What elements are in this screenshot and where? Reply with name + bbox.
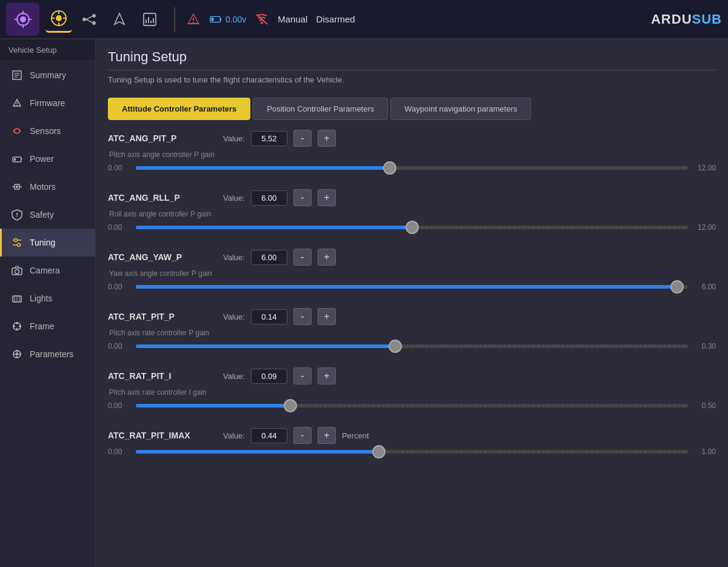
param-slider-row-2: 0.006.00 [108,283,716,291]
param-slider-thumb-0[interactable] [383,161,396,175]
param-slider-track-5[interactable] [136,450,688,454]
param-desc-0: Pitch axis angle controller P gain [108,150,716,159]
param-value-input-2[interactable] [251,250,287,265]
param-slider-track-1[interactable] [136,226,688,229]
param-plus-btn-4[interactable]: + [318,367,336,384]
tab-position[interactable]: Position Controller Parameters [253,98,388,120]
param-slider-fill-2 [136,285,677,289]
param-value-input-0[interactable] [251,131,287,146]
voltage-value: 0.00v [225,15,246,24]
tab-attitude[interactable]: Attitude Controller Parameters [108,98,250,120]
param-value-input-3[interactable] [251,309,287,324]
alert-icon-status [186,12,201,27]
sidebar-item-parameters[interactable]: Parameters [0,340,95,368]
battery-status: 0.00v [209,13,246,26]
param-slider-track-3[interactable] [136,344,688,348]
page-title: Tuning Setup [108,49,716,70]
sidebar-item-motors[interactable]: Motors [0,173,95,201]
sidebar-item-label-frame: Frame [30,321,54,331]
sidebar-item-summary[interactable]: Summary [0,61,95,89]
param-value-label-1: Value: [223,193,245,203]
param-slider-thumb-1[interactable] [406,221,419,234]
sidebar-item-label-safety: Safety [30,210,54,220]
param-value-input-4[interactable] [251,369,287,384]
param-block-atc_rat_pit_imax: ATC_RAT_PIT_IMAXValue:-+Percent0.001.00 [108,427,716,462]
param-plus-btn-1[interactable]: + [318,189,336,206]
mode-status: Manual [278,14,307,24]
param-slider-track-2[interactable] [136,285,688,289]
param-name-0: ATC_ANG_PIT_P [108,133,217,143]
param-slider-min-1: 0.00 [108,223,130,232]
param-slider-min-5: 0.00 [108,448,130,456]
param-slider-row-0: 0.0012.00 [108,164,716,172]
sidebar-item-power[interactable]: Power [0,145,95,173]
param-slider-row-4: 0.000.50 [108,401,716,410]
tab-waypoint[interactable]: Waypoint navigation parameters [390,98,531,120]
svg-point-49 [15,270,19,274]
param-slider-max-5: 1.00 [694,448,716,456]
sidebar-item-frame[interactable]: Frame [0,312,95,340]
param-slider-thumb-3[interactable] [389,340,402,353]
param-block-atc_rat_pit_i: ATC_RAT_PIT_IValue:-+Pitch axis rate con… [108,367,716,416]
sidebar-item-sensors[interactable]: Sensors [0,117,95,145]
svg-point-14 [92,14,96,18]
param-slider-fill-4 [136,404,290,408]
param-slider-fill-3 [136,344,395,348]
main-content: Tuning Setup Tuning Setup is used to tun… [96,39,728,567]
svg-point-13 [82,18,86,21]
param-slider-fill-5 [136,450,379,454]
svg-point-60 [16,353,18,355]
param-value-input-1[interactable] [251,190,287,206]
arm-status: Disarmed [316,14,355,24]
param-slider-thumb-5[interactable] [372,445,386,458]
param-slider-track-4[interactable] [136,404,688,408]
param-minus-btn-1[interactable]: - [293,189,312,206]
sensors-icon [10,124,24,138]
param-plus-btn-5[interactable]: + [318,427,336,444]
param-desc-4: Pitch axis rate controller I gain [108,388,716,397]
sidebar-item-firmware[interactable]: Firmware [0,89,95,117]
sidebar-item-label-camera: Camera [30,266,60,275]
param-name-4: ATC_RAT_PIT_I [108,371,217,381]
param-row-4: ATC_RAT_PIT_IValue:-+ [108,367,716,384]
param-slider-thumb-2[interactable] [670,280,684,294]
svg-point-33 [16,105,18,106]
sidebar-item-tuning[interactable]: Tuning [0,229,95,257]
param-minus-btn-2[interactable]: - [293,249,312,266]
lights-icon [10,292,24,305]
sidebar-item-label-firmware: Firmware [30,98,65,108]
vehicle-setup-nav-icon[interactable] [45,6,72,33]
param-value-input-5[interactable] [251,428,287,443]
param-minus-btn-5[interactable]: - [293,427,312,444]
param-block-atc_ang_pit_p: ATC_ANG_PIT_PValue:-+Pitch axis angle co… [108,130,716,178]
analyze-icon[interactable] [136,6,163,33]
param-plus-btn-2[interactable]: + [318,249,336,266]
svg-rect-25 [212,18,214,21]
svg-line-17 [86,19,92,22]
param-slider-max-0: 12.00 [694,164,716,172]
param-row-1: ATC_ANG_RLL_PValue:-+ [108,189,716,206]
param-minus-btn-3[interactable]: - [293,308,312,325]
sidebar-item-camera[interactable]: Camera [0,257,95,284]
power-icon [10,152,24,166]
svg-rect-37 [21,158,22,159]
param-minus-btn-0[interactable]: - [293,130,312,147]
sidebar-item-label-lights: Lights [30,294,52,303]
sidebar-item-lights[interactable]: Lights [0,284,95,312]
param-minus-btn-4[interactable]: - [293,367,312,384]
param-plus-btn-0[interactable]: + [318,130,336,147]
svg-point-27 [261,22,263,24]
plan-view-icon[interactable] [76,6,102,33]
param-slider-thumb-4[interactable] [284,399,297,412]
svg-line-16 [86,16,92,19]
fly-view-icon[interactable] [106,6,133,33]
param-plus-btn-3[interactable]: + [318,308,336,325]
param-slider-track-0[interactable] [136,166,688,170]
param-unit-5: Percent [342,431,369,440]
param-name-5: ATC_RAT_PIT_IMAX [108,431,217,440]
camera-icon [10,264,24,277]
param-row-3: ATC_RAT_PIT_PValue:-+ [108,308,716,325]
app-logo[interactable] [6,2,39,36]
sidebar-item-safety[interactable]: Safety [0,201,95,229]
brand-sub: SUB [692,12,722,27]
